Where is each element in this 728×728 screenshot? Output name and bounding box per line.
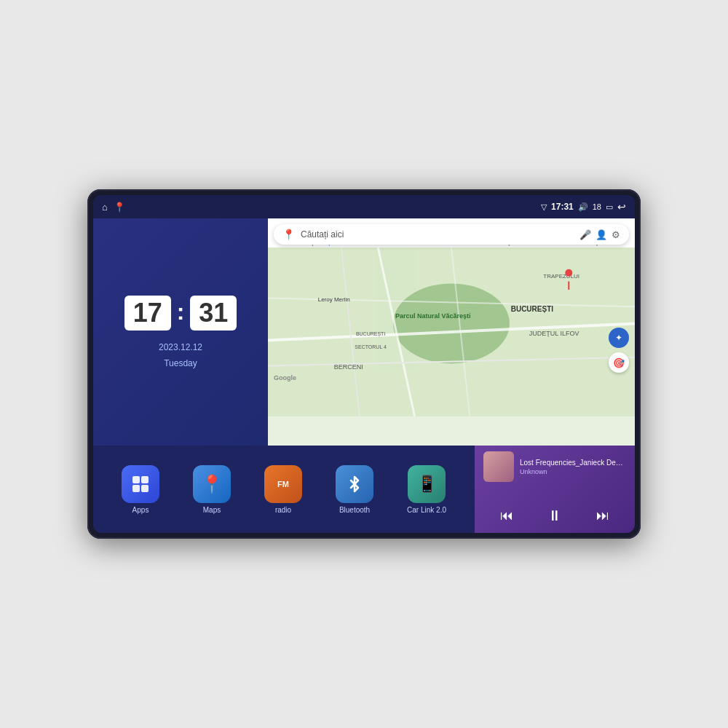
maps-label: Maps (203, 506, 221, 514)
car-head-unit: ⌂ 📍 ▽ 17:31 🔊 18 ▭ ↩ 17 : 31 (87, 189, 641, 539)
map-location-button[interactable]: 🎯 (609, 352, 629, 373)
svg-point-16 (565, 269, 572, 277)
app-item-bluetooth[interactable]: Bluetooth (336, 465, 373, 514)
music-title: Lost Frequencies_Janieck Devy-... (520, 459, 626, 467)
map-search-icons: 🎤 👤 ⚙ (579, 229, 620, 240)
music-thumbnail (483, 451, 514, 482)
music-artist: Unknown (520, 468, 626, 475)
google-label: Google (274, 374, 296, 381)
app-item-maps[interactable]: 📍 Maps (193, 465, 231, 514)
apps-bar: Apps 📍 Maps FM radio (93, 446, 475, 533)
svg-point-1 (393, 283, 510, 363)
battery-level: 18 (593, 202, 601, 211)
map-compass-button[interactable]: ✦ (609, 328, 629, 348)
battery-icon: ▭ (606, 202, 613, 212)
apps-label: Apps (132, 506, 149, 514)
main-content: 17 : 31 2023.12.12 Tuesday 📍 Căutați aic… (93, 218, 635, 533)
svg-text:TRAPEZULUI: TRAPEZULUI (543, 273, 579, 280)
bluetooth-icon-wrapper (336, 465, 373, 503)
carlink-label: Car Link 2.0 (407, 506, 446, 514)
radio-label: radio (275, 506, 291, 514)
music-play-button[interactable]: ⏸ (542, 505, 568, 527)
clock-hour: 17 (124, 296, 171, 331)
map-widget[interactable]: 📍 Căutați aici 🎤 👤 ⚙ (268, 218, 635, 446)
maps-icon-glyph: 📍 (201, 474, 223, 494)
app-item-radio[interactable]: FM radio (264, 465, 302, 514)
apps-icon (122, 465, 159, 503)
clock-widget: 17 : 31 2023.12.12 Tuesday (93, 218, 268, 446)
svg-rect-21 (141, 485, 149, 492)
account-icon[interactable]: 👤 (596, 229, 607, 240)
music-info: Lost Frequencies_Janieck Devy-... Unknow… (483, 451, 626, 482)
map-search-text[interactable]: Căutați aici (301, 229, 574, 240)
clock-day: Tuesday (164, 358, 197, 368)
app-item-apps[interactable]: Apps (122, 465, 159, 514)
music-controls: ⏮ ⏸ ⏭ (483, 505, 626, 527)
mic-icon[interactable]: 🎤 (579, 229, 591, 240)
volume-icon: 🔊 (578, 202, 588, 212)
svg-text:BERCENI: BERCENI (334, 363, 363, 371)
clock-minute: 31 (190, 296, 237, 331)
status-left: ⌂ 📍 (102, 202, 125, 213)
svg-text:Leroy Merlin: Leroy Merlin (318, 296, 350, 303)
svg-rect-20 (132, 485, 140, 492)
clock-display: 17 : 31 (124, 296, 237, 331)
status-right: ▽ 17:31 🔊 18 ▭ ↩ (541, 201, 626, 213)
map-svg: Parcul Natural Văcărești BUCUREȘTI JUDEȚ… (268, 248, 635, 416)
carlink-icon: 📱 (408, 465, 446, 503)
map-content-area: Parcul Natural Văcărești BUCUREȘTI JUDEȚ… (268, 248, 635, 416)
svg-rect-18 (132, 476, 140, 483)
music-text: Lost Frequencies_Janieck Devy-... Unknow… (520, 459, 626, 475)
device-screen: ⌂ 📍 ▽ 17:31 🔊 18 ▭ ↩ 17 : 31 (93, 195, 635, 533)
bluetooth-icon (346, 475, 363, 493)
music-prev-button[interactable]: ⏮ (494, 505, 519, 526)
clock-colon: : (177, 298, 185, 325)
status-time: 17:31 (551, 202, 574, 212)
music-next-button[interactable]: ⏭ (590, 505, 615, 526)
bluetooth-label: Bluetooth (339, 506, 370, 514)
svg-text:JUDEȚUL ILFOV: JUDEȚUL ILFOV (529, 330, 579, 337)
bottom-row: Apps 📍 Maps FM radio (93, 446, 635, 533)
top-row: 17 : 31 2023.12.12 Tuesday 📍 Căutați aic… (93, 218, 635, 446)
home-icon[interactable]: ⌂ (102, 202, 108, 213)
carlink-icon-glyph: 📱 (417, 475, 437, 494)
maps-status-icon[interactable]: 📍 (114, 202, 125, 213)
svg-text:BUCUREȘTI: BUCUREȘTI (356, 331, 386, 337)
svg-text:Parcul Natural Văcărești: Parcul Natural Văcărești (395, 312, 471, 320)
svg-rect-19 (141, 476, 149, 483)
apps-grid-icon (131, 475, 150, 494)
map-pin-icon: 📍 (282, 229, 295, 240)
status-bar: ⌂ 📍 ▽ 17:31 🔊 18 ▭ ↩ (93, 195, 635, 218)
signal-icon: ▽ (541, 202, 547, 212)
fm-label: FM (277, 480, 289, 488)
map-search-bar[interactable]: 📍 Căutați aici 🎤 👤 ⚙ (274, 224, 629, 245)
back-icon[interactable]: ↩ (617, 201, 626, 213)
svg-text:SECTORUL 4: SECTORUL 4 (355, 344, 387, 349)
maps-icon: 📍 (193, 465, 231, 503)
svg-text:BUCUREȘTI: BUCUREȘTI (511, 305, 554, 313)
music-player: Lost Frequencies_Janieck Devy-... Unknow… (475, 446, 635, 533)
radio-icon: FM (264, 465, 302, 503)
app-item-carlink[interactable]: 📱 Car Link 2.0 (407, 465, 446, 514)
music-thumb-inner (483, 451, 514, 482)
clock-date: 2023.12.12 (159, 342, 202, 352)
more-icon[interactable]: ⚙ (612, 229, 620, 240)
